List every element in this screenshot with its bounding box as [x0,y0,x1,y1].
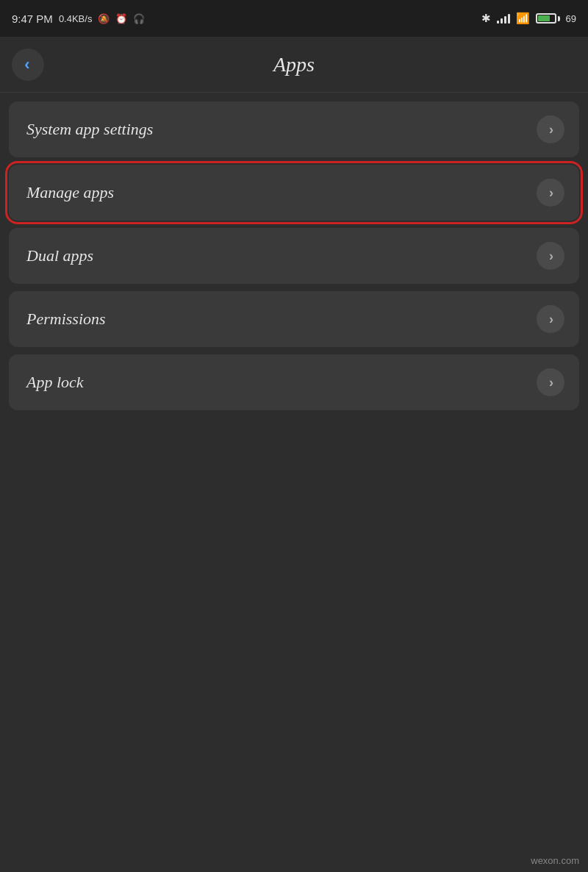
chevron-circle-system-app-settings: › [537,115,564,143]
nav-bar: ‹ Apps [0,37,588,93]
chevron-right-icon-dual-apps: › [549,249,553,262]
menu-item-manage-apps[interactable]: Manage apps› [9,165,579,221]
menu-item-label-dual-apps: Dual apps [26,246,93,265]
chevron-circle-permissions: › [537,305,564,333]
page-title: Apps [44,53,544,76]
menu-item-dual-apps[interactable]: Dual apps› [9,228,579,284]
menu-item-label-permissions: Permissions [26,310,106,329]
status-bar-right: ✱ 📶 69 [481,12,576,25]
chevron-right-icon-system-app-settings: › [549,123,553,136]
menu-item-permissions[interactable]: Permissions› [9,291,579,347]
menu-item-system-app-settings[interactable]: System app settings› [9,101,579,157]
chevron-right-icon-permissions: › [549,312,553,326]
mute-icon: 🔕 [98,13,110,24]
menu-item-label-manage-apps: Manage apps [26,183,114,202]
battery-percent: 69 [566,13,576,24]
chevron-right-icon-app-lock: › [549,376,553,389]
status-time: 9:47 PM [12,12,53,25]
chevron-right-icon-manage-apps: › [549,186,553,199]
menu-item-label-app-lock: App lock [26,373,84,392]
chevron-circle-app-lock: › [537,368,564,396]
menu-item-app-lock[interactable]: App lock› [9,354,579,410]
watermark: wexon.com [531,855,579,866]
chevron-circle-manage-apps: › [537,179,564,207]
bluetooth-icon: ✱ [481,12,491,25]
back-chevron-icon: ‹ [24,57,29,73]
back-button[interactable]: ‹ [12,49,44,81]
wifi-icon: 📶 [516,12,530,25]
menu-item-label-system-app-settings: System app settings [26,120,153,139]
battery-icon [536,13,560,24]
status-bar: 9:47 PM 0.4KB/s 🔕 ⏰ 🎧 ✱ 📶 69 [0,0,588,37]
data-speed: 0.4KB/s [59,13,93,24]
status-bar-left: 9:47 PM 0.4KB/s 🔕 ⏰ 🎧 [12,12,145,25]
signal-bars-icon [497,13,510,24]
alarm-icon: ⏰ [115,13,127,24]
chevron-circle-dual-apps: › [537,242,564,270]
headphone-icon: 🎧 [133,13,145,24]
menu-list: System app settings›Manage apps›Dual app… [0,93,588,410]
